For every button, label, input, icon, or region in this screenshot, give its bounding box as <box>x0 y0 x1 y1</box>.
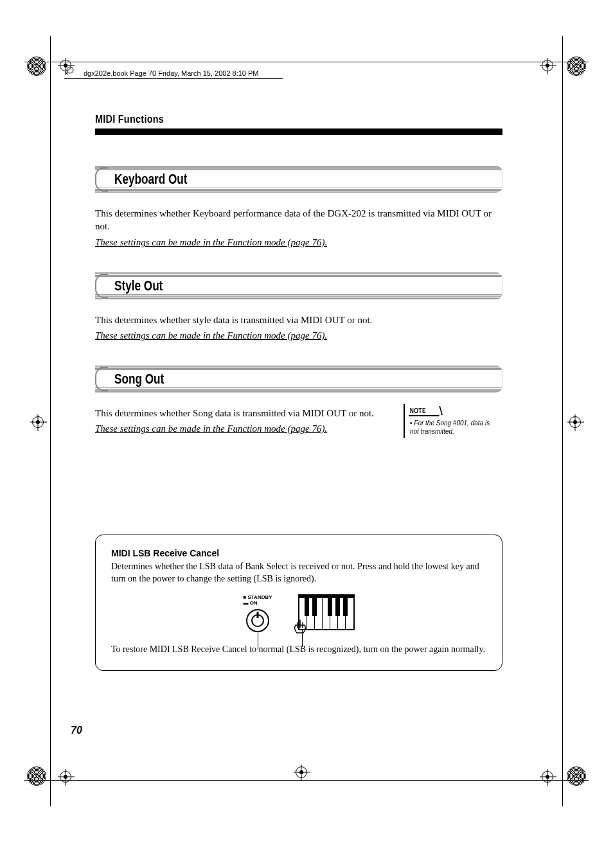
crop-corner-br <box>567 766 586 786</box>
keyboard-illustration <box>298 594 355 630</box>
section-header: Keyboard Out <box>95 166 502 193</box>
note-label: NOTE <box>409 407 439 416</box>
frame-line <box>24 62 589 62</box>
frame-line <box>562 36 563 806</box>
book-mark-icon <box>64 64 76 76</box>
section-header: Style Out <box>95 272 502 299</box>
section-keyboard-out: Keyboard Out This determines whether Key… <box>95 166 502 248</box>
registration-mark <box>569 416 581 428</box>
frame-line <box>50 36 51 806</box>
info-box-footer: To restore MIDI LSB Receive Cancel to no… <box>111 644 486 656</box>
section-body: This determines whether style data is tr… <box>95 314 502 326</box>
tagline-underline <box>64 78 283 79</box>
note-box: NOTE For the Song #001, data is not tran… <box>404 404 500 438</box>
knob-icon <box>246 609 269 632</box>
page-number: 70 <box>71 725 82 736</box>
registration-mark <box>60 771 71 783</box>
switch-standby-label: ■ STANDBY <box>243 594 272 601</box>
registration-mark <box>32 416 44 428</box>
crop-corner-bl <box>27 766 46 786</box>
info-box-title: MIDI LSB Receive Cancel <box>111 548 486 558</box>
section-link: These settings can be made in the Functi… <box>95 423 392 434</box>
crop-corner-tr <box>567 57 586 76</box>
section-song-out: Song Out This determines whether Song da… <box>95 366 502 438</box>
diagram: ■ STANDBY ▬ ON <box>111 594 486 632</box>
registration-mark <box>542 771 553 783</box>
crop-corner-tl <box>27 57 46 76</box>
info-box-midi-lsb: MIDI LSB Receive Cancel Determines wheth… <box>95 535 502 671</box>
section-header: Song Out <box>95 366 502 393</box>
power-switch-illustration: ■ STANDBY ▬ ON <box>243 594 272 632</box>
section-title: Song Out <box>114 371 164 387</box>
section-body: This determines whether Song data is tra… <box>95 407 392 420</box>
section-title: Keyboard Out <box>114 171 187 188</box>
section-body: This determines whether Keyboard perform… <box>95 207 502 233</box>
book-tagline: dgx202e.book Page 70 Friday, March 15, 2… <box>84 69 259 77</box>
note-body: For the Song #001, data is not transmitt… <box>409 416 500 436</box>
chapter-title-bar <box>95 128 502 135</box>
section-link: These settings can be made in the Functi… <box>95 237 502 248</box>
switch-on-label: ▬ ON <box>243 600 272 607</box>
section-link: These settings can be made in the Functi… <box>95 330 502 341</box>
section-style-out: Style Out This determines whether style … <box>95 272 502 341</box>
registration-mark <box>296 766 307 778</box>
frame-line <box>24 780 589 781</box>
info-box-body: Determines whether the LSB data of Bank … <box>111 561 486 585</box>
chapter-title: MIDI Functions <box>95 113 441 126</box>
section-title: Style Out <box>114 278 163 294</box>
hand-icon <box>292 619 308 635</box>
